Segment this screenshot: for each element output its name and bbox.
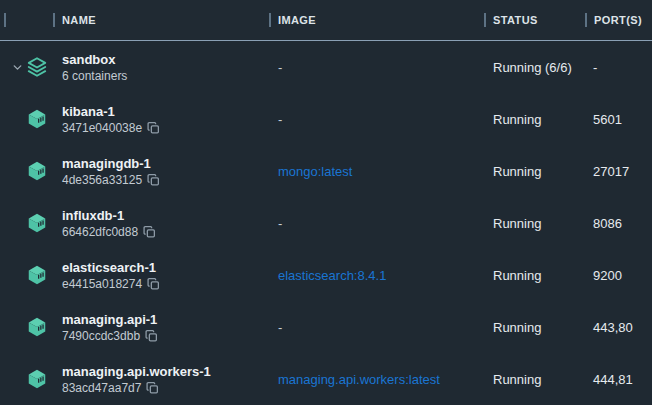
container-name-cell: sandbox 6 containers bbox=[62, 51, 127, 84]
status-text: Running (6/6) bbox=[493, 60, 572, 75]
image-link[interactable]: managing.api.workers:latest bbox=[278, 372, 440, 387]
container-icon bbox=[26, 108, 48, 130]
ports-text: 8086 bbox=[593, 216, 622, 231]
image-cell: - bbox=[278, 216, 282, 231]
status-text: Running bbox=[493, 112, 541, 127]
header-divider bbox=[4, 13, 6, 27]
table-row-managing-api-workers[interactable]: managing.api.workers-1 83acd47aa7d7 mana… bbox=[0, 353, 652, 405]
container-name: elasticsearch-1 bbox=[62, 259, 160, 276]
container-name-cell: kibana-1 3471e040038e bbox=[62, 103, 160, 136]
container-name-cell: managing.api.workers-1 83acd47aa7d7 bbox=[62, 363, 211, 396]
table-row-influxdb[interactable]: influxdb-1 66462dfc0d88 - Running 8086 bbox=[0, 197, 652, 249]
containers-table: NAME IMAGE STATUS PORT(S) sandbox 6 cont… bbox=[0, 0, 652, 405]
container-id: 4de356a33125 bbox=[62, 172, 160, 188]
table-row-kibana[interactable]: kibana-1 3471e040038e - Running 5601 bbox=[0, 93, 652, 145]
table-header: NAME IMAGE STATUS PORT(S) bbox=[0, 0, 652, 41]
status-text: Running bbox=[493, 372, 541, 387]
status-text: Running bbox=[493, 164, 541, 179]
container-icon bbox=[26, 212, 48, 234]
copy-icon[interactable] bbox=[146, 381, 159, 394]
copy-icon[interactable] bbox=[147, 277, 160, 290]
stack-icon bbox=[26, 56, 48, 78]
column-header-status[interactable]: STATUS bbox=[493, 0, 538, 40]
copy-icon[interactable] bbox=[147, 173, 160, 186]
container-name-cell: elasticsearch-1 e4415a018274 bbox=[62, 259, 160, 292]
status-text: Running bbox=[493, 268, 541, 283]
table-row-sandbox[interactable]: sandbox 6 containers - Running (6/6) - bbox=[0, 41, 652, 93]
image-link[interactable]: mongo:latest bbox=[278, 164, 352, 179]
container-icon bbox=[26, 368, 48, 390]
ports-text: 5601 bbox=[593, 112, 622, 127]
column-header-image[interactable]: IMAGE bbox=[278, 0, 316, 40]
table-row-managingdb[interactable]: managingdb-1 4de356a33125 mongo:latest R… bbox=[0, 145, 652, 197]
container-id: e4415a018274 bbox=[62, 276, 160, 292]
chevron-down-icon[interactable] bbox=[10, 60, 24, 74]
column-header-ports[interactable]: PORT(S) bbox=[594, 0, 642, 40]
column-header-name[interactable]: NAME bbox=[62, 0, 96, 40]
container-icon bbox=[26, 316, 48, 338]
container-id: 83acd47aa7d7 bbox=[62, 380, 211, 396]
copy-icon[interactable] bbox=[147, 121, 160, 134]
container-name: sandbox bbox=[62, 51, 127, 68]
container-icon bbox=[26, 160, 48, 182]
container-name: managing.api.workers-1 bbox=[62, 363, 211, 380]
container-name-cell: influxdb-1 66462dfc0d88 bbox=[62, 207, 156, 240]
container-name: managingdb-1 bbox=[62, 155, 160, 172]
container-name-cell: managingdb-1 4de356a33125 bbox=[62, 155, 160, 188]
ports-text: 443,80 bbox=[593, 320, 633, 335]
ports-text: - bbox=[593, 60, 597, 75]
copy-icon[interactable] bbox=[145, 329, 158, 342]
container-id: 7490ccdc3dbb bbox=[62, 328, 158, 344]
image-cell: - bbox=[278, 320, 282, 335]
ports-text: 444,81 bbox=[593, 372, 633, 387]
copy-icon[interactable] bbox=[143, 225, 156, 238]
header-divider bbox=[269, 13, 271, 27]
image-cell: - bbox=[278, 60, 282, 75]
container-id: 66462dfc0d88 bbox=[62, 224, 156, 240]
ports-text: 9200 bbox=[593, 268, 622, 283]
ports-text: 27017 bbox=[593, 164, 629, 179]
header-divider bbox=[585, 13, 587, 27]
container-subtext: 6 containers bbox=[62, 68, 127, 84]
header-divider bbox=[53, 13, 55, 27]
status-text: Running bbox=[493, 216, 541, 231]
container-name-cell: managing.api-1 7490ccdc3dbb bbox=[62, 311, 158, 344]
container-id: 3471e040038e bbox=[62, 120, 160, 136]
container-name: influxdb-1 bbox=[62, 207, 156, 224]
container-icon bbox=[26, 264, 48, 286]
container-name: managing.api-1 bbox=[62, 311, 158, 328]
container-name: kibana-1 bbox=[62, 103, 160, 120]
image-cell: - bbox=[278, 112, 282, 127]
header-divider bbox=[484, 13, 486, 27]
image-link[interactable]: elasticsearch:8.4.1 bbox=[278, 268, 386, 283]
table-row-managing-api[interactable]: managing.api-1 7490ccdc3dbb - Running 44… bbox=[0, 301, 652, 353]
status-text: Running bbox=[493, 320, 541, 335]
table-row-elasticsearch[interactable]: elasticsearch-1 e4415a018274 elasticsear… bbox=[0, 249, 652, 301]
